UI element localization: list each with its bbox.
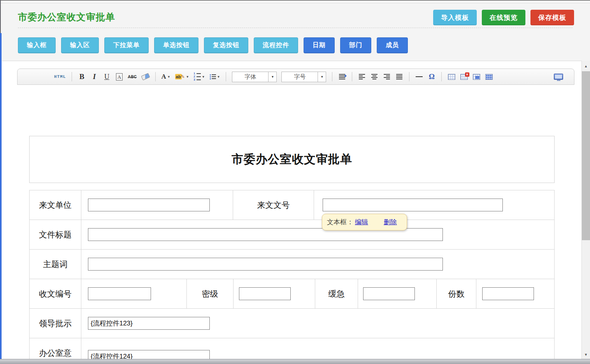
chevron-down-icon: ▼ bbox=[186, 75, 189, 79]
scroll-up-arrow-icon[interactable]: ▲ bbox=[582, 63, 590, 69]
form-control-button-row: 输入框 输入区 下拉菜单 单选按钮 复选按钮 流程控件 日期 部门 成员 bbox=[18, 37, 408, 53]
ordered-list-button[interactable]: 1 2 3 ▼ bbox=[194, 72, 205, 82]
insert-table-button[interactable] bbox=[448, 72, 455, 82]
scrollbar-thumb[interactable] bbox=[582, 71, 590, 240]
security-level-input[interactable] bbox=[239, 287, 291, 300]
chevron-down-icon: ▼ bbox=[217, 75, 220, 79]
table-row: 收文编号 密级 缓急 份数 bbox=[30, 279, 554, 308]
align-justify-button[interactable] bbox=[395, 72, 403, 82]
horizontal-rule-icon bbox=[416, 76, 423, 77]
add-dropdown-button[interactable]: 下拉菜单 bbox=[104, 37, 149, 53]
text-style-button[interactable]: A bbox=[116, 73, 123, 81]
label-security-level: 密级 bbox=[186, 279, 233, 308]
label-document-title: 文件标题 bbox=[30, 220, 81, 249]
import-template-button[interactable]: 导入模板 bbox=[433, 10, 477, 25]
toolbar-separator bbox=[352, 72, 352, 81]
cell-document-title bbox=[81, 220, 555, 249]
field-action-tooltip: 文本框： 编辑 删除 bbox=[322, 214, 407, 230]
source-unit-input[interactable] bbox=[88, 199, 210, 211]
italic-button[interactable]: I bbox=[90, 72, 98, 82]
cell-receipt-number bbox=[81, 279, 186, 308]
fullscreen-icon bbox=[554, 74, 563, 80]
receipt-number-input[interactable] bbox=[88, 287, 151, 300]
align-left-button[interactable] bbox=[358, 72, 366, 82]
form-table: 来文单位 来文文号 文件标题 主题词 收文编号 密级 缓急 份数 bbox=[29, 190, 555, 364]
eraser-icon bbox=[141, 73, 150, 80]
chevron-down-icon: ▼ bbox=[167, 75, 170, 79]
add-department-button[interactable]: 部门 bbox=[340, 37, 371, 53]
table-row: 主题词 bbox=[30, 249, 554, 279]
add-flow-control-button[interactable]: 流程控件 bbox=[254, 37, 298, 53]
toolbar-separator bbox=[332, 72, 332, 81]
unordered-list-button[interactable]: ▼ bbox=[210, 72, 220, 82]
cell-source-unit bbox=[81, 190, 233, 220]
cell-properties-icon bbox=[473, 74, 480, 80]
font-color-icon: A bbox=[162, 73, 166, 81]
header-divider bbox=[18, 28, 572, 28]
html-source-button[interactable]: HTML bbox=[54, 72, 66, 82]
delete-table-button[interactable] bbox=[460, 72, 468, 82]
label-copies: 份数 bbox=[436, 279, 476, 308]
insert-table-icon bbox=[448, 74, 455, 80]
align-right-button[interactable] bbox=[383, 72, 391, 82]
flow-control-field[interactable]: {流程控件123} bbox=[88, 317, 210, 330]
toolbar-separator bbox=[155, 72, 156, 81]
subject-words-input[interactable] bbox=[88, 258, 443, 271]
header-action-buttons: 导入模板 在线预览 保存模板 bbox=[433, 10, 574, 25]
bold-button[interactable]: B bbox=[78, 72, 86, 82]
toolbar-separator bbox=[409, 72, 409, 81]
fullscreen-button[interactable] bbox=[554, 72, 563, 82]
font-size-select[interactable]: 字号 ▼ bbox=[281, 72, 326, 82]
online-preview-button[interactable]: 在线预览 bbox=[482, 10, 525, 25]
save-template-button[interactable]: 保存模板 bbox=[530, 10, 574, 25]
table-properties-button[interactable] bbox=[485, 72, 493, 82]
table-properties-icon bbox=[485, 74, 493, 80]
unordered-list-icon bbox=[210, 74, 216, 79]
copies-input[interactable] bbox=[482, 287, 534, 300]
label-source-unit: 来文单位 bbox=[30, 190, 81, 220]
align-center-button[interactable] bbox=[371, 72, 378, 82]
document-number-input[interactable] bbox=[323, 199, 503, 211]
add-checkbox-button[interactable]: 复选按钮 bbox=[204, 37, 248, 53]
cell-leader-instructions: {流程控件123} bbox=[81, 309, 555, 338]
remove-format-button[interactable] bbox=[142, 72, 149, 82]
table-row: 来文单位 来文文号 bbox=[30, 190, 554, 220]
cell-security-level bbox=[233, 279, 315, 308]
underline-button[interactable]: U bbox=[103, 72, 111, 82]
special-char-button[interactable]: Ω bbox=[428, 72, 435, 82]
align-right-icon bbox=[384, 74, 390, 79]
table-row: 领导批示 {流程控件123} bbox=[30, 308, 554, 338]
delete-field-link[interactable]: 删除 bbox=[384, 218, 397, 227]
window-bottom-edge bbox=[0, 359, 590, 364]
vertical-scrollbar[interactable]: ▲ ▼ bbox=[581, 61, 590, 364]
font-size-value: 字号 bbox=[282, 73, 318, 81]
label-leader-instructions: 领导批示 bbox=[30, 309, 81, 338]
add-input-box-button[interactable]: 输入框 bbox=[18, 37, 56, 53]
page-title: 市委办公室收文审批单 bbox=[18, 11, 115, 23]
add-date-button[interactable]: 日期 bbox=[304, 37, 335, 53]
add-member-button[interactable]: 成员 bbox=[377, 37, 408, 53]
highlight-color-button[interactable]: ab✎▼ bbox=[175, 72, 189, 82]
indent-button[interactable] bbox=[338, 72, 346, 82]
chevron-down-icon: ▼ bbox=[202, 75, 205, 79]
chevron-down-icon: ▼ bbox=[268, 72, 276, 82]
cell-urgency bbox=[358, 279, 436, 308]
form-title: 市委办公室收文审批单 bbox=[232, 151, 352, 167]
urgency-input[interactable] bbox=[363, 287, 415, 300]
horizontal-rule-button[interactable] bbox=[415, 72, 423, 82]
label-receipt-number: 收文编号 bbox=[30, 279, 81, 308]
tooltip-label: 文本框： bbox=[327, 218, 353, 227]
cell-properties-button[interactable] bbox=[472, 72, 480, 82]
label-document-number: 来文文号 bbox=[233, 190, 314, 220]
align-center-icon bbox=[371, 74, 378, 79]
chevron-down-icon: ▼ bbox=[318, 72, 326, 82]
scroll-down-arrow-icon[interactable]: ▼ bbox=[582, 352, 590, 358]
strikethrough-button[interactable]: ABC bbox=[128, 72, 137, 82]
align-justify-icon bbox=[396, 74, 402, 79]
add-radio-button[interactable]: 单选按钮 bbox=[154, 37, 198, 53]
form-title-box: 市委办公室收文审批单 bbox=[29, 136, 555, 183]
add-textarea-button[interactable]: 输入区 bbox=[61, 37, 99, 53]
font-family-select[interactable]: 字体 ▼ bbox=[232, 72, 277, 82]
edit-field-link[interactable]: 编辑 bbox=[355, 218, 368, 227]
font-color-button[interactable]: A▼ bbox=[162, 72, 170, 82]
